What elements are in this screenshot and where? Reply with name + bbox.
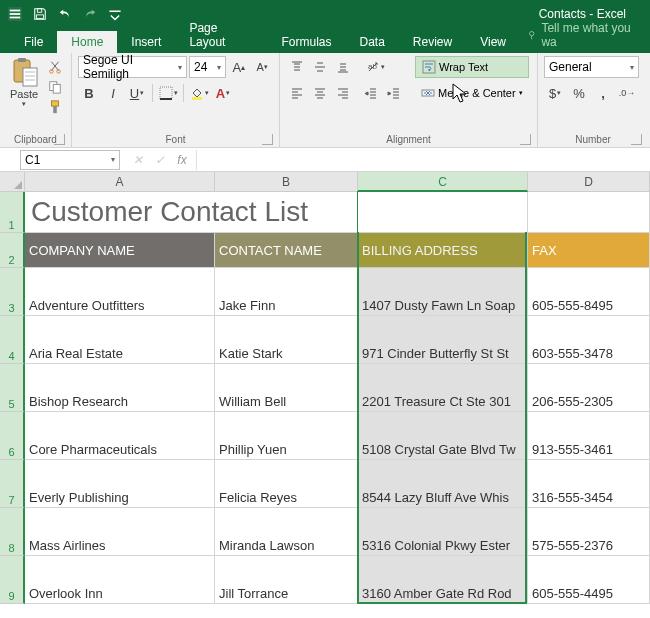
table-header[interactable]: CONTACT NAME (215, 233, 358, 268)
table-cell[interactable]: 5108 Crystal Gate Blvd Tw (358, 412, 528, 460)
save-icon[interactable] (29, 3, 51, 25)
table-cell[interactable]: Miranda Lawson (215, 508, 358, 556)
svg-rect-16 (160, 87, 172, 99)
ribbon-tabs: File Home Insert Page Layout Formulas Da… (0, 28, 650, 53)
table-cell[interactable]: 1407 Dusty Fawn Ln Soap (358, 268, 528, 316)
align-right-icon[interactable] (332, 82, 354, 104)
tab-formulas[interactable]: Formulas (267, 31, 345, 53)
tab-home[interactable]: Home (57, 31, 117, 53)
font-color-icon[interactable]: A▾ (212, 82, 234, 104)
row-header-8[interactable]: 8 (0, 508, 25, 556)
tab-data[interactable]: Data (345, 31, 398, 53)
table-cell[interactable]: 603-555-3478 (528, 316, 650, 364)
fill-color-icon[interactable]: ▾ (188, 82, 210, 104)
table-cell[interactable]: 971 Cinder Butterfly St St (358, 316, 528, 364)
align-top-icon[interactable] (286, 56, 308, 78)
formula-bar[interactable] (196, 150, 650, 170)
tab-review[interactable]: Review (399, 31, 466, 53)
name-box[interactable]: C1▾ (20, 150, 120, 170)
table-cell[interactable]: 8544 Lazy Bluff Ave Whis (358, 460, 528, 508)
column-header-D[interactable]: D (528, 172, 650, 192)
table-cell[interactable]: Aria Real Estate (25, 316, 215, 364)
underline-button[interactable]: U▾ (126, 82, 148, 104)
align-left-icon[interactable] (286, 82, 308, 104)
table-cell[interactable]: Jill Torrance (215, 556, 358, 604)
paste-button[interactable]: Paste ▾ (6, 56, 42, 108)
cell[interactable] (358, 192, 528, 233)
tab-insert[interactable]: Insert (117, 31, 175, 53)
undo-icon[interactable] (54, 3, 76, 25)
merge-center-button[interactable]: Merge & Center ▾ (415, 82, 529, 104)
wrap-text-button[interactable]: Wrap Text (415, 56, 529, 78)
italic-button[interactable]: I (102, 82, 124, 104)
table-cell[interactable]: 3160 Amber Gate Rd Rod (358, 556, 528, 604)
copy-icon[interactable] (45, 78, 65, 96)
row-header-4[interactable]: 4 (0, 316, 25, 364)
table-cell[interactable]: Felicia Reyes (215, 460, 358, 508)
table-cell[interactable]: Bishop Research (25, 364, 215, 412)
row-header-6[interactable]: 6 (0, 412, 25, 460)
comma-format-icon[interactable]: , (592, 82, 614, 104)
enter-formula-icon[interactable]: ✓ (150, 150, 170, 170)
table-cell[interactable]: 605-555-4495 (528, 556, 650, 604)
table-cell[interactable]: Overlook Inn (25, 556, 215, 604)
column-header-A[interactable]: A (25, 172, 215, 192)
table-cell[interactable]: 605-555-8495 (528, 268, 650, 316)
align-center-icon[interactable] (309, 82, 331, 104)
table-cell[interactable]: William Bell (215, 364, 358, 412)
table-header[interactable]: FAX (528, 233, 650, 268)
align-bottom-icon[interactable] (332, 56, 354, 78)
row-header-7[interactable]: 7 (0, 460, 25, 508)
decrease-indent-icon[interactable] (360, 82, 382, 104)
table-cell[interactable]: 2201 Treasure Ct Ste 301 (358, 364, 528, 412)
number-format-combo[interactable]: General▾ (544, 56, 639, 78)
svg-rect-14 (52, 101, 59, 106)
increase-font-icon[interactable]: A▴ (228, 56, 249, 78)
insert-function-icon[interactable]: fx (172, 150, 192, 170)
table-cell[interactable]: 206-555-2305 (528, 364, 650, 412)
align-middle-icon[interactable] (309, 56, 331, 78)
borders-icon[interactable]: ▾ (157, 82, 179, 104)
cut-icon[interactable] (45, 58, 65, 76)
title-cell[interactable]: Customer Contact List (25, 192, 358, 233)
table-cell[interactable]: 316-555-3454 (528, 460, 650, 508)
select-all-corner[interactable] (0, 172, 25, 192)
accounting-format-icon[interactable]: $▾ (544, 82, 566, 104)
row-header-2[interactable]: 2 (0, 233, 25, 268)
row-header-5[interactable]: 5 (0, 364, 25, 412)
row-header-3[interactable]: 3 (0, 268, 25, 316)
increase-indent-icon[interactable] (383, 82, 405, 104)
table-cell[interactable]: Jake Finn (215, 268, 358, 316)
column-header-B[interactable]: B (215, 172, 358, 192)
orientation-icon[interactable]: ab▾ (360, 56, 390, 78)
font-name-combo[interactable]: Segoe UI Semiligh▾ (78, 56, 187, 78)
column-header-C[interactable]: C (358, 172, 528, 192)
table-cell[interactable]: 913-555-3461 (528, 412, 650, 460)
tab-page-layout[interactable]: Page Layout (175, 17, 267, 53)
decrease-font-icon[interactable]: A▾ (252, 56, 273, 78)
qat-customize-icon[interactable] (104, 3, 126, 25)
table-cell[interactable]: Adventure Outfitters (25, 268, 215, 316)
table-header[interactable]: COMPANY NAME (25, 233, 215, 268)
table-cell[interactable]: Core Pharmaceuticals (25, 412, 215, 460)
increase-decimal-icon[interactable]: .0→ (616, 82, 638, 104)
table-cell[interactable]: 575-555-2376 (528, 508, 650, 556)
table-cell[interactable]: 5316 Colonial Pkwy Ester (358, 508, 528, 556)
tab-file[interactable]: File (10, 31, 57, 53)
cancel-formula-icon[interactable]: ✕ (128, 150, 148, 170)
bold-button[interactable]: B (78, 82, 100, 104)
table-cell[interactable]: Mass Airlines (25, 508, 215, 556)
percent-format-icon[interactable]: % (568, 82, 590, 104)
row-header-1[interactable]: 1 (0, 192, 25, 233)
font-size-combo[interactable]: 24▾ (189, 56, 226, 78)
row-header-9[interactable]: 9 (0, 556, 25, 604)
table-cell[interactable]: Everly Publishing (25, 460, 215, 508)
table-header[interactable]: BILLING ADDRESS (358, 233, 528, 268)
table-cell[interactable]: Katie Stark (215, 316, 358, 364)
tell-me-search[interactable]: Tell me what you wa (520, 17, 650, 53)
redo-icon[interactable] (79, 3, 101, 25)
format-painter-icon[interactable] (45, 98, 65, 116)
cell[interactable] (528, 192, 650, 233)
table-cell[interactable]: Phillip Yuen (215, 412, 358, 460)
tab-view[interactable]: View (466, 31, 520, 53)
